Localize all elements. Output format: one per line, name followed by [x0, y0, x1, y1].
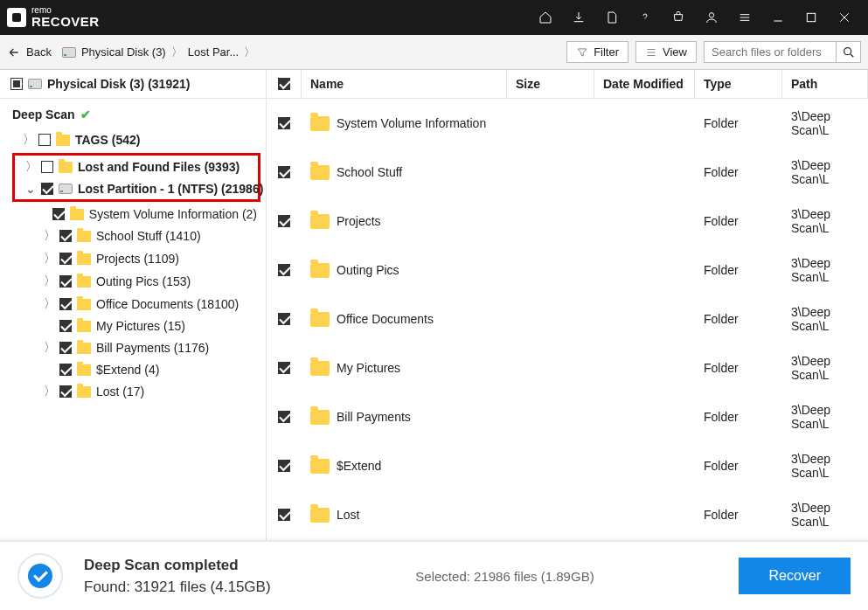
checkbox[interactable]: [38, 134, 51, 146]
checkbox[interactable]: [41, 161, 53, 173]
row-checkbox[interactable]: [278, 460, 290, 472]
tree-node[interactable]: $Extend (4): [3, 359, 262, 380]
crumb-lost[interactable]: Lost Par...: [188, 45, 240, 59]
cart-icon[interactable]: [662, 0, 695, 35]
col-path[interactable]: Path: [782, 70, 868, 98]
tree-node[interactable]: 〉Outing Pics (153): [3, 270, 262, 293]
checkbox[interactable]: [59, 253, 72, 265]
tree-root[interactable]: Physical Disk (3) (31921): [0, 70, 266, 99]
tree-node[interactable]: 〉Projects (1109): [3, 247, 262, 270]
expand-icon[interactable]: 〉: [44, 384, 54, 399]
folder-icon: [70, 209, 84, 220]
filter-button[interactable]: Filter: [566, 41, 628, 63]
chevron-right-icon: 〉: [244, 45, 255, 60]
table-row[interactable]: Outing PicsFolder3\Deep Scan\L: [267, 246, 868, 295]
collapse-icon[interactable]: ⌄: [25, 182, 36, 196]
row-checkbox[interactable]: [278, 509, 290, 521]
folder-icon: [310, 410, 330, 425]
tree-node[interactable]: 〉School Stuff (1410): [3, 225, 262, 247]
row-name: My Pictures: [337, 361, 400, 375]
crumb-disk[interactable]: Physical Disk (3): [81, 45, 166, 59]
expand-icon[interactable]: 〉: [44, 251, 54, 267]
col-name[interactable]: Name: [302, 70, 507, 98]
tree-node[interactable]: 〉Lost (17): [3, 380, 262, 403]
brand-top: remo: [31, 6, 100, 14]
checkbox[interactable]: [59, 385, 72, 398]
expand-icon[interactable]: 〉: [44, 296, 54, 312]
check-icon: ✔: [80, 107, 91, 121]
table-row[interactable]: My PicturesFolder3\Deep Scan\L: [267, 343, 868, 392]
table-row[interactable]: System Volume InformationFolder3\Deep Sc…: [267, 99, 868, 148]
row-checkbox[interactable]: [278, 166, 290, 178]
table-row[interactable]: Office DocumentsFolder3\Deep Scan\L: [267, 295, 868, 343]
sidebar: Physical Disk (3) (31921) Deep Scan ✔ 〉 …: [0, 70, 267, 540]
user-icon[interactable]: [695, 0, 728, 35]
status-text: Deep Scan completed Found: 31921 files (…: [84, 554, 271, 599]
checkbox[interactable]: [52, 208, 65, 220]
select-all-checkbox[interactable]: [278, 78, 290, 90]
search-input[interactable]: [705, 42, 836, 62]
table-row[interactable]: Bill PaymentsFolder3\Deep Scan\L: [267, 392, 868, 441]
checkbox[interactable]: [59, 320, 72, 332]
row-checkbox[interactable]: [278, 411, 290, 423]
col-size[interactable]: Size: [507, 70, 594, 98]
tree-node-lost-found[interactable]: 〉 Lost and Found Files (9393): [15, 156, 258, 178]
col-date[interactable]: Date Modified: [594, 70, 695, 98]
root-checkbox[interactable]: [10, 78, 23, 90]
row-path: 3\Deep Scan\L: [782, 300, 868, 338]
row-size: [507, 216, 594, 226]
expand-icon[interactable]: 〉: [44, 274, 54, 289]
checkbox[interactable]: [59, 298, 72, 310]
row-checkbox[interactable]: [278, 215, 290, 227]
expand-icon[interactable]: 〉: [23, 132, 33, 148]
tree-node[interactable]: My Pictures (15): [3, 315, 262, 336]
col-type[interactable]: Type: [695, 70, 782, 98]
back-button[interactable]: Back: [7, 45, 52, 59]
checkbox[interactable]: [59, 230, 72, 242]
maximize-icon[interactable]: [795, 0, 828, 35]
folder-icon: [77, 253, 91, 265]
minimize-icon[interactable]: [761, 0, 795, 35]
close-icon[interactable]: [828, 0, 861, 35]
row-name: Office Documents: [337, 312, 434, 326]
table-row[interactable]: ProjectsFolder3\Deep Scan\L: [267, 197, 868, 246]
table-row[interactable]: School StuffFolder3\Deep Scan\L: [267, 148, 868, 197]
checkbox[interactable]: [41, 183, 53, 195]
expand-icon[interactable]: 〉: [25, 159, 36, 175]
view-button[interactable]: View: [635, 41, 697, 63]
home-icon[interactable]: [529, 0, 562, 35]
row-path: 3\Deep Scan\L: [782, 202, 868, 240]
row-checkbox[interactable]: [278, 313, 290, 325]
table-row[interactable]: LostFolder3\Deep Scan\L: [267, 490, 868, 539]
expand-icon[interactable]: 〉: [44, 228, 54, 244]
row-type: Folder: [695, 454, 782, 478]
row-checkbox[interactable]: [278, 362, 290, 374]
checkbox[interactable]: [59, 342, 72, 354]
row-size: [507, 314, 594, 324]
tree-node-lost-partition[interactable]: ⌄ Lost Partition - 1 (NTFS) (21986): [15, 178, 258, 199]
tree-node[interactable]: 〉Bill Payments (1176): [3, 336, 262, 359]
row-type: Folder: [695, 209, 782, 233]
document-icon[interactable]: [595, 0, 628, 35]
tree-node[interactable]: System Volume Information (2): [3, 204, 262, 225]
row-date: [594, 363, 695, 373]
checkbox[interactable]: [59, 275, 72, 288]
table-row[interactable]: $ExtendFolder3\Deep Scan\L: [267, 441, 868, 490]
download-icon[interactable]: [562, 0, 595, 35]
help-icon[interactable]: [628, 0, 662, 35]
expand-icon[interactable]: 〉: [44, 340, 54, 356]
folder-icon: [310, 459, 330, 474]
folder-icon: [310, 361, 330, 376]
selected-text: Selected: 21986 files (1.89GB): [292, 569, 719, 584]
search-button[interactable]: [836, 42, 860, 62]
checkbox[interactable]: [59, 364, 72, 376]
menu-icon[interactable]: [728, 0, 761, 35]
tree-node[interactable]: 〉Office Documents (18100): [3, 293, 262, 315]
row-checkbox[interactable]: [278, 264, 290, 276]
chevron-right-icon: 〉: [171, 45, 183, 60]
row-path: 3\Deep Scan\L: [782, 447, 868, 485]
tree-node-tags[interactable]: 〉 TAGS (542): [3, 128, 262, 151]
row-date: [594, 167, 695, 177]
recover-button[interactable]: Recover: [739, 558, 851, 594]
row-checkbox[interactable]: [278, 117, 290, 129]
